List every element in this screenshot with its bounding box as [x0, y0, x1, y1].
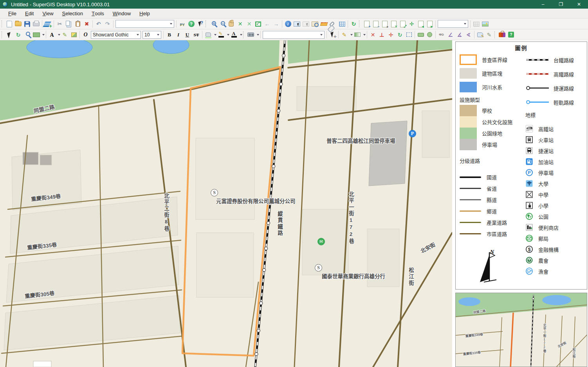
rotate-sketch-icon[interactable]: ↻	[395, 30, 404, 39]
annotation-editor-icon[interactable]	[476, 30, 485, 39]
layout-pan-icon[interactable]: ✛	[407, 20, 416, 29]
map-label: 縱貫鐵路	[276, 211, 283, 237]
extension-help-icon[interactable]	[507, 30, 516, 39]
layout-previous-icon[interactable]	[416, 20, 425, 29]
python-window-icon[interactable]	[178, 20, 187, 29]
river-swatch	[460, 82, 477, 92]
element-style-swatch-icon[interactable]	[32, 30, 41, 39]
perpendicular-tool-icon[interactable]: ⊥	[377, 30, 386, 39]
identify-icon[interactable]	[283, 20, 292, 29]
data-driven-pages-icon[interactable]	[472, 20, 481, 29]
line-color-icon[interactable]	[216, 30, 225, 39]
layout-fixed-zoom-icon[interactable]	[389, 20, 398, 29]
menu-view[interactable]: View	[38, 9, 58, 18]
menu-tools[interactable]: Tools	[87, 9, 108, 18]
close-button[interactable]: ✕	[570, 0, 588, 9]
highlight-color-icon[interactable]	[204, 30, 213, 39]
layout-zoom-combo[interactable]	[438, 20, 468, 28]
move-vertex-icon[interactable]: ✛	[386, 30, 395, 39]
zoom-to-selected-icon[interactable]	[310, 20, 319, 29]
angle-tool-2-icon[interactable]: ∡	[455, 30, 464, 39]
layout-fit-page-icon[interactable]	[398, 20, 407, 29]
map-scale-combo[interactable]	[115, 20, 174, 28]
menu-edit[interactable]: Edit	[21, 9, 38, 18]
font-color-icon[interactable]	[229, 30, 238, 39]
layout-zoom-in-icon[interactable]	[362, 20, 371, 29]
undo-icon[interactable]: ↶	[94, 20, 103, 29]
draw-rectangle-icon[interactable]	[416, 30, 425, 39]
hsr-station-icon	[525, 125, 533, 133]
select-features-icon[interactable]	[292, 20, 301, 29]
overposter-style-icon[interactable]: O	[81, 30, 90, 39]
maximize-button[interactable]: ❐	[552, 0, 570, 9]
insert-picture-icon[interactable]	[481, 20, 490, 29]
strikethrough-icon[interactable]: ST	[192, 30, 201, 39]
map-label: 元富證券股份有限公司鳳城分公司	[216, 197, 296, 205]
add-data-icon[interactable]	[43, 20, 52, 29]
element-name-combo[interactable]	[263, 31, 325, 39]
bold-icon[interactable]: B	[165, 30, 174, 39]
paste-icon[interactable]	[73, 20, 82, 29]
measure-icon[interactable]	[319, 20, 328, 29]
layout-zoom-out-icon[interactable]	[371, 20, 380, 29]
media-tool-icon[interactable]	[246, 30, 255, 39]
print-icon[interactable]	[32, 20, 41, 29]
fixed-zoom-in-icon[interactable]: ✕	[236, 20, 245, 29]
font-family-combo[interactable]: Showcard Gothic	[91, 31, 141, 39]
underline-icon[interactable]: U	[183, 30, 192, 39]
angle-tool-3-icon[interactable]: ∢	[464, 30, 473, 39]
toolbox-icon[interactable]	[498, 30, 507, 39]
overview-drawing	[456, 293, 587, 367]
legend-landmark-convenience-store: 便利商店	[525, 222, 583, 233]
label-font-icon[interactable]	[47, 30, 56, 39]
full-extent-icon[interactable]	[254, 20, 263, 29]
menu-window[interactable]: Window	[108, 9, 135, 18]
italic-icon[interactable]: I	[174, 30, 183, 39]
rotate-element-icon[interactable]: ↻	[14, 30, 23, 39]
label-halo-icon[interactable]: ✎	[60, 30, 69, 39]
open-document-icon[interactable]	[14, 20, 23, 29]
label-style-icon[interactable]	[69, 30, 78, 39]
refresh-map-icon[interactable]: ↻	[349, 20, 358, 29]
overview-map[interactable]: 同盟二路重慶街349巷重慶街335巷北平一街172巷北安街松江街	[455, 293, 587, 367]
hyperlink-icon[interactable]	[328, 20, 337, 29]
draw-ellipse-icon[interactable]	[425, 30, 434, 39]
zoom-out-icon[interactable]	[218, 20, 227, 29]
fixed-zoom-out-icon[interactable]: ✕	[245, 20, 254, 29]
next-extent-icon[interactable]: →	[272, 20, 281, 29]
legend-item-river: 河川水系	[460, 80, 525, 94]
angle-tool-1-icon[interactable]: ∠	[446, 30, 455, 39]
new-document-icon[interactable]	[5, 20, 14, 29]
move-element-icon[interactable]	[328, 30, 337, 39]
mirror-features-icon[interactable]: ΦD	[437, 30, 446, 39]
save-document-icon[interactable]	[23, 20, 32, 29]
open-attribute-table-icon[interactable]	[337, 20, 346, 29]
clear-selection-icon[interactable]	[301, 20, 310, 29]
zoom-in-icon[interactable]	[209, 20, 218, 29]
previous-extent-icon[interactable]: ←	[263, 20, 272, 29]
legend-title: 圖例	[460, 43, 583, 53]
zoom-to-selected-elements-icon[interactable]	[23, 30, 32, 39]
menu-help[interactable]: Help	[135, 9, 154, 18]
pan-icon[interactable]	[227, 20, 236, 29]
select-elements-icon[interactable]	[5, 30, 14, 39]
font-size-combo[interactable]: 10	[142, 31, 161, 39]
map-canvas[interactable]: 同盟二路重慶街349巷重慶街335巷重慶街305巷北平二街8巷北平一街172巷松…	[0, 40, 452, 367]
copy-icon[interactable]	[64, 20, 73, 29]
delete-vertex-icon[interactable]: ✕	[368, 30, 377, 39]
help-icon[interactable]	[187, 20, 196, 29]
cut-icon[interactable]: ✂	[55, 20, 64, 29]
menu-selection[interactable]: Selection	[58, 9, 87, 18]
annotation-pencil-icon[interactable]: ✎	[485, 30, 494, 39]
delete-icon[interactable]: ✖	[82, 20, 91, 29]
menu-file[interactable]: File	[4, 9, 21, 18]
sketch-pencil-icon[interactable]: ✎	[340, 30, 349, 39]
redo-icon[interactable]: ↷	[103, 20, 112, 29]
minimize-button[interactable]: –	[534, 0, 552, 9]
whats-this-icon[interactable]	[196, 20, 205, 29]
layout-pointer-icon[interactable]	[380, 20, 389, 29]
sketch-fill-icon[interactable]	[353, 30, 362, 39]
select-vertices-icon[interactable]	[404, 30, 413, 39]
layout-next-icon[interactable]	[425, 20, 434, 29]
legend-label: 小學	[538, 202, 548, 209]
